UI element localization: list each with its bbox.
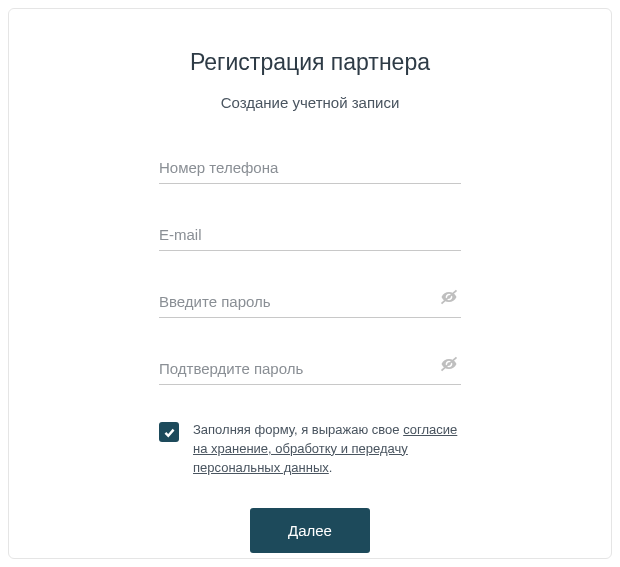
submit-button[interactable]: Далее [250,508,370,553]
consent-checkbox[interactable] [159,422,179,442]
password-confirm-input[interactable] [159,360,461,385]
password-confirm-field-wrapper [159,360,461,385]
consent-prefix: Заполняя форму, я выражаю свое [193,422,403,437]
eye-hidden-icon[interactable] [439,287,459,311]
registration-card: Регистрация партнера Создание учетной за… [8,8,612,559]
consent-row: Заполняя форму, я выражаю свое согласие … [159,421,461,478]
consent-text: Заполняя форму, я выражаю свое согласие … [193,421,461,478]
check-icon [163,426,176,439]
eye-hidden-icon[interactable] [439,354,459,378]
phone-input[interactable] [159,159,461,184]
phone-field-wrapper [159,159,461,184]
page-subtitle: Создание учетной записи [159,94,461,111]
password-input[interactable] [159,293,461,318]
submit-row: Далее [159,508,461,553]
consent-suffix: . [329,460,333,475]
email-input[interactable] [159,226,461,251]
password-field-wrapper [159,293,461,318]
email-field-wrapper [159,226,461,251]
page-title: Регистрация партнера [159,49,461,76]
